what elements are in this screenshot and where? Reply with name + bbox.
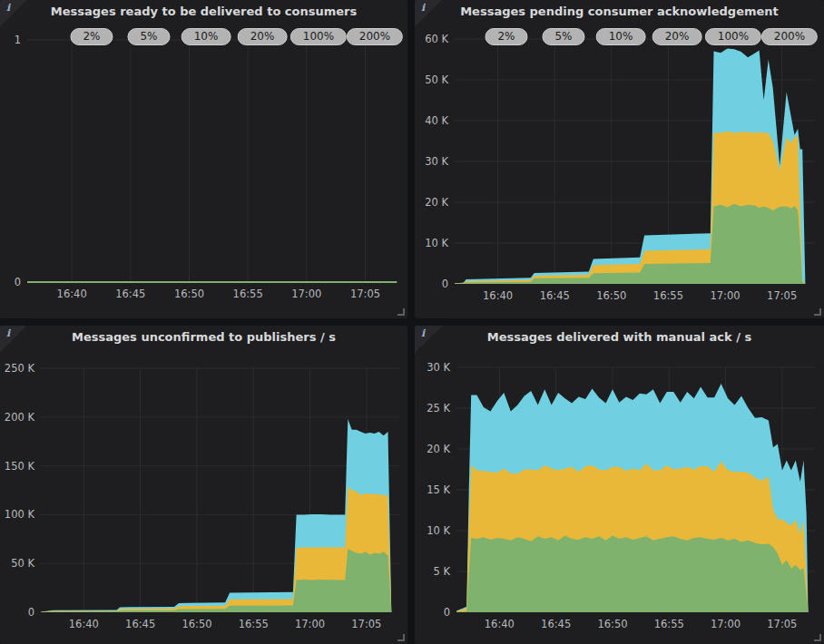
x-tick-label: 16:50: [597, 618, 627, 630]
x-tick-label: 16:50: [174, 288, 204, 300]
grafana-dashboard: i Messages ready to be delivered to cons…: [0, 0, 824, 644]
x-tick-label: 17:00: [295, 618, 325, 630]
x-tick-label: 16:40: [485, 618, 515, 630]
y-tick-label: 15 K: [427, 483, 450, 496]
y-tick-label: 200 K: [5, 411, 35, 424]
y-tick-label: 100 K: [5, 508, 35, 521]
y-tick-label: 25 K: [427, 402, 450, 415]
chart-unconfirmed-publishers[interactable]: 16:4016:4516:5016:5517:0017:05050 K100 K…: [0, 326, 407, 644]
panel-delivered-manual-ack: i Messages delivered with manual ack / s…: [415, 326, 824, 644]
x-tick-label: 17:05: [767, 289, 797, 302]
info-icon: i: [6, 327, 10, 339]
panel-ready-messages: i Messages ready to be delivered to cons…: [0, 0, 407, 318]
y-tick-label: 10 K: [425, 237, 448, 249]
y-tick-label: 30 K: [427, 361, 450, 374]
annotation-badge-2%[interactable]: 2%: [70, 28, 113, 45]
x-tick-label: 16:40: [483, 289, 513, 302]
panel-info-corner[interactable]: i: [0, 0, 27, 27]
x-tick-label: 16:55: [233, 288, 263, 300]
chart-delivered-manual-ack[interactable]: 16:4016:4516:5016:5517:0017:0505 K10 K15…: [415, 326, 824, 644]
info-icon: i: [6, 2, 10, 14]
area-series-green: [456, 535, 809, 612]
x-tick-label: 16:55: [654, 618, 684, 630]
annotation-badge-200%[interactable]: 200%: [761, 28, 818, 45]
x-tick-label: 16:45: [540, 289, 570, 302]
annotation-badge-20%[interactable]: 20%: [238, 28, 288, 45]
x-tick-label: 17:05: [351, 618, 381, 630]
panel-info-corner[interactable]: i: [0, 326, 27, 353]
annotation-badge-100%[interactable]: 100%: [705, 28, 761, 45]
x-tick-label: 16:45: [115, 288, 145, 300]
y-tick-label: 30 K: [425, 155, 448, 168]
x-tick-label: 16:55: [239, 618, 269, 630]
x-tick-label: 17:00: [291, 288, 321, 300]
x-tick-label: 16:55: [653, 289, 683, 302]
annotation-badge-10%[interactable]: 10%: [181, 28, 231, 45]
panel-title[interactable]: Messages ready to be delivered to consum…: [0, 5, 407, 18]
annotation-badge-2%[interactable]: 2%: [485, 28, 527, 45]
y-tick-label: 0: [15, 276, 21, 288]
annotation-badges: 2%5%10%20%100%200%: [415, 28, 824, 46]
y-tick-label: 40 K: [425, 114, 448, 127]
panel-info-corner[interactable]: i: [415, 0, 442, 27]
panel-pending-ack: i Messages pending consumer acknowledgem…: [415, 0, 824, 318]
x-tick-label: 17:05: [350, 288, 380, 300]
panel-resize-handle[interactable]: [814, 308, 821, 316]
annotation-badge-200%[interactable]: 200%: [347, 28, 403, 45]
x-tick-label: 16:40: [57, 288, 87, 300]
panel-info-corner[interactable]: i: [415, 326, 442, 353]
annotation-badges: 2%5%10%20%100%200%: [0, 28, 407, 46]
y-tick-label: 250 K: [5, 362, 35, 375]
y-tick-label: 20 K: [425, 196, 448, 209]
info-icon: i: [421, 2, 425, 14]
y-tick-label: 50 K: [11, 557, 34, 570]
chart-pending-ack[interactable]: 16:4016:4516:5016:5517:0017:05010 K20 K3…: [415, 0, 824, 318]
annotation-badge-5%[interactable]: 5%: [542, 28, 584, 45]
x-tick-label: 16:45: [541, 618, 571, 630]
panel-unconfirmed-publishers: i Messages unconfirmed to publishers / s…: [0, 326, 407, 644]
y-tick-label: 0: [444, 606, 450, 619]
y-tick-label: 150 K: [5, 460, 35, 473]
annotation-badge-10%[interactable]: 10%: [596, 28, 646, 45]
info-icon: i: [421, 327, 425, 339]
y-tick-label: 50 K: [425, 73, 448, 86]
annotation-badge-20%[interactable]: 20%: [652, 28, 702, 45]
panel-title[interactable]: Messages delivered with manual ack / s: [415, 330, 824, 344]
y-tick-label: 20 K: [427, 443, 450, 455]
panel-resize-handle[interactable]: [814, 634, 821, 641]
panel-resize-handle[interactable]: [397, 634, 405, 641]
panel-title[interactable]: Messages pending consumer acknowledgemen…: [415, 5, 824, 18]
y-tick-label: 0: [442, 278, 448, 290]
panel-resize-handle[interactable]: [397, 308, 405, 316]
y-tick-label: 0: [28, 606, 34, 619]
y-tick-label: 10 K: [427, 524, 450, 537]
x-tick-label: 16:45: [125, 618, 155, 630]
x-tick-label: 17:05: [767, 618, 797, 630]
x-tick-label: 16:40: [69, 618, 99, 630]
y-tick-label: 5 K: [433, 565, 450, 578]
annotation-badge-5%[interactable]: 5%: [127, 28, 170, 45]
x-tick-label: 17:00: [711, 618, 741, 630]
chart-ready-messages[interactable]: 16:4016:4516:5016:5517:0017:0501: [0, 0, 407, 318]
x-tick-label: 16:50: [596, 289, 626, 302]
panel-title[interactable]: Messages unconfirmed to publishers / s: [0, 330, 407, 344]
annotation-badge-100%[interactable]: 100%: [290, 28, 347, 45]
x-tick-label: 17:00: [710, 289, 740, 302]
x-tick-label: 16:50: [181, 618, 211, 630]
